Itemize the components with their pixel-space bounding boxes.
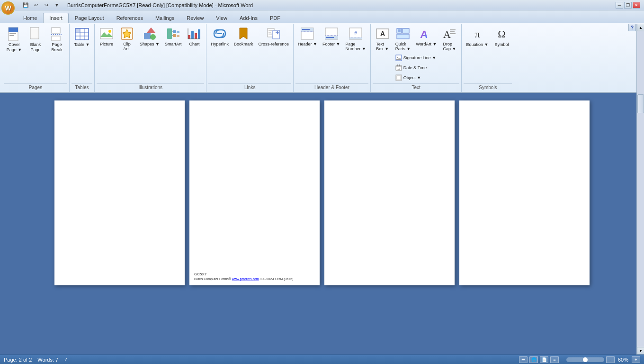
- spell-check-icon: ✓: [64, 356, 68, 363]
- footer-button[interactable]: Footer ▼: [320, 25, 342, 48]
- signature-line-label: Signature Line ▼: [403, 55, 436, 60]
- tab-pdf[interactable]: PDF: [264, 12, 286, 23]
- tab-page-layout[interactable]: Page Layout: [69, 12, 110, 23]
- symbols-group-items: π Equation ▼ Ω Symbol: [464, 25, 512, 83]
- picture-button[interactable]: Picture: [97, 25, 116, 48]
- zoom-thumb[interactable]: [583, 357, 588, 362]
- object-button[interactable]: Object ▼: [393, 73, 460, 82]
- svg-rect-65: [450, 33, 456, 34]
- svg-marker-37: [240, 28, 247, 39]
- page-number-button[interactable]: # PageNumber ▼: [343, 25, 368, 53]
- scroll-up-button[interactable]: ▲: [637, 24, 644, 31]
- header-button[interactable]: Header ▼: [295, 25, 320, 48]
- text-box-icon: A: [375, 26, 390, 41]
- svg-rect-30: [188, 35, 190, 39]
- help-button[interactable]: ?: [628, 24, 636, 31]
- tab-add-ins[interactable]: Add-Ins: [233, 12, 264, 23]
- symbol-button[interactable]: Ω Symbol: [491, 25, 512, 49]
- tab-review[interactable]: Review: [180, 12, 210, 23]
- table-icon: [74, 27, 89, 42]
- cross-reference-icon: [266, 26, 281, 41]
- view-web-btn[interactable]: 🌐: [529, 356, 538, 363]
- tab-home[interactable]: Home: [17, 12, 43, 23]
- restore-btn[interactable]: ❐: [624, 2, 632, 9]
- zoom-in-btn[interactable]: +: [632, 356, 640, 363]
- tables-group-label: Tables: [72, 83, 92, 91]
- smartart-button[interactable]: SmartArt: [162, 25, 184, 48]
- svg-rect-71: [399, 64, 400, 66]
- document-page-2: GC5X7 Burris Computer Forms® www.pcforms…: [189, 100, 320, 285]
- tab-mailings[interactable]: Mailings: [149, 12, 180, 23]
- shapes-button[interactable]: Shapes ▼: [137, 25, 162, 48]
- svg-point-21: [150, 34, 156, 40]
- signature-line-button[interactable]: Signature Line ▼: [393, 53, 460, 63]
- hyperlink-button[interactable]: Hyperlink: [208, 25, 231, 48]
- scroll-thumb[interactable]: [637, 94, 644, 113]
- page-break-button[interactable]: PageBreak: [46, 25, 67, 55]
- ribbon-group-pages: CoverPage ▼ BlankPage: [2, 24, 70, 92]
- zoom-slider[interactable]: [566, 357, 604, 362]
- svg-rect-27: [177, 31, 179, 33]
- svg-rect-23: [173, 30, 176, 33]
- minimize-btn[interactable]: ─: [616, 2, 623, 9]
- wordart-button[interactable]: A WordArt: [413, 25, 439, 53]
- smartart-label: SmartArt: [165, 42, 182, 46]
- chart-button[interactable]: Chart: [184, 25, 204, 48]
- tab-view[interactable]: View: [210, 12, 233, 23]
- quick-parts-button[interactable]: QuickParts ▼: [393, 25, 413, 53]
- cross-reference-label: Cross-reference: [258, 42, 289, 46]
- svg-rect-2: [9, 33, 16, 34]
- ribbon-tabs: Home Insert Page Layout References Maili…: [0, 10, 644, 23]
- document-page-1: [54, 100, 185, 285]
- svg-rect-40: [268, 32, 271, 33]
- view-outline-btn[interactable]: ≡: [550, 356, 559, 363]
- title-bar-controls: ─ ❐ ✕: [616, 2, 640, 9]
- scroll-track[interactable]: [637, 31, 644, 347]
- equation-button[interactable]: π Equation ▼: [464, 25, 491, 49]
- blank-page-button[interactable]: BlankPage: [25, 25, 46, 55]
- svg-text:A: A: [380, 30, 385, 37]
- title-text: BurrisComputerFormsGC5X7 [Read-Only] [Co…: [67, 2, 253, 8]
- svg-text:#: #: [354, 31, 357, 36]
- quick-parts-label: QuickParts ▼: [395, 42, 411, 51]
- cover-page-button[interactable]: CoverPage ▼: [4, 25, 25, 55]
- view-print-btn[interactable]: 📄: [540, 356, 548, 363]
- clip-art-button[interactable]: ClipArt: [117, 25, 137, 53]
- table-label: Table ▼: [74, 42, 90, 47]
- svg-rect-24: [173, 34, 176, 37]
- document-area: GC5X7 Burris Computer Forms® www.pcforms…: [0, 93, 644, 364]
- shapes-icon: [142, 26, 157, 41]
- footer-link[interactable]: www.pcforms.com: [232, 277, 259, 281]
- bookmark-button[interactable]: Bookmark: [232, 25, 256, 48]
- svg-rect-31: [191, 31, 194, 39]
- undo-quick-btn[interactable]: ↩: [31, 1, 41, 9]
- svg-rect-66: [396, 55, 402, 61]
- status-bar: Page: 2 of 2 Words: 7 ✓ ☰ 🌐 📄 ≡ - 60% +: [0, 355, 644, 364]
- symbols-group-label: Symbols: [464, 83, 512, 91]
- tab-references[interactable]: References: [110, 12, 149, 23]
- svg-rect-5: [31, 28, 38, 38]
- title-bar-left: 💾 ↩ ↪ ▼ BurrisComputerFormsGC5X7 [Read-O…: [4, 1, 253, 9]
- page-break-label: PageBreak: [51, 42, 63, 53]
- drop-cap-button[interactable]: A DropCap ▼: [439, 25, 459, 53]
- tab-insert[interactable]: Insert: [43, 13, 69, 23]
- date-time-button[interactable]: 12 Date & Time: [393, 63, 460, 73]
- table-button[interactable]: Table ▼: [72, 25, 92, 49]
- text-box-button[interactable]: A TextBox ▼: [373, 25, 393, 53]
- zoom-out-btn[interactable]: -: [606, 356, 615, 363]
- svg-rect-8: [52, 36, 60, 41]
- office-button[interactable]: W: [1, 1, 15, 15]
- save-quick-btn[interactable]: 💾: [21, 1, 30, 9]
- redo-quick-btn[interactable]: ↪: [42, 1, 51, 9]
- svg-rect-59: [397, 34, 409, 39]
- zoom-level: 60%: [617, 357, 630, 363]
- footer-icon: [324, 26, 339, 41]
- view-normal-btn[interactable]: ☰: [519, 356, 528, 363]
- quick-access-dropdown[interactable]: ▼: [52, 1, 62, 9]
- scroll-down-button[interactable]: ▼: [637, 347, 644, 355]
- page-footer: GC5X7 Burris Computer Forms® www.pcforms…: [194, 272, 293, 282]
- close-btn[interactable]: ✕: [633, 2, 640, 9]
- svg-rect-49: [326, 37, 334, 38]
- cross-reference-button[interactable]: Cross-reference: [256, 25, 291, 48]
- svg-rect-33: [198, 29, 200, 39]
